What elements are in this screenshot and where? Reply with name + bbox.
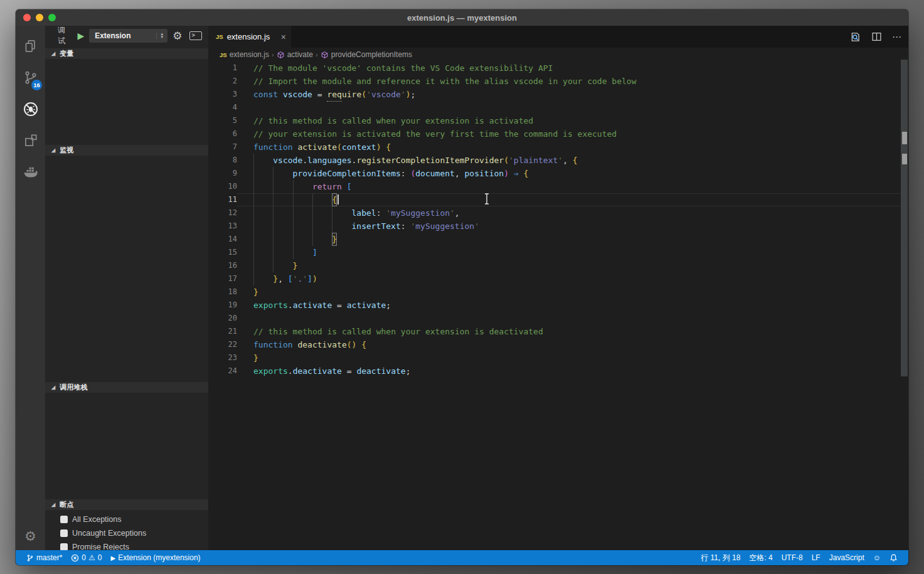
code-line[interactable]: 2// Import the module and reference it w… <box>208 75 908 88</box>
line-number[interactable]: 22 <box>208 338 237 351</box>
line-number[interactable]: 18 <box>208 285 237 299</box>
line-number[interactable]: 8 <box>208 154 237 167</box>
watch-panel[interactable] <box>45 156 208 382</box>
line-number[interactable]: 17 <box>208 272 237 285</box>
breadcrumb-symbol-activate[interactable]: activate <box>277 50 313 59</box>
code-line[interactable]: 8vscode.languages.registerCompletionItem… <box>208 154 908 167</box>
code-line[interactable]: 16} <box>208 259 908 272</box>
variables-panel[interactable] <box>45 59 208 145</box>
code-line[interactable]: 10return [ <box>208 180 908 193</box>
code-line-content[interactable]: }, ['.']) <box>237 272 908 285</box>
code-line-content[interactable]: } <box>237 351 908 364</box>
call-stack-panel[interactable] <box>45 393 208 499</box>
indentation-status[interactable]: 空格: 4 <box>745 550 777 565</box>
code-line[interactable]: 20 <box>208 312 908 325</box>
encoding-status[interactable]: UTF-8 <box>777 550 807 565</box>
explorer-icon[interactable] <box>16 31 45 62</box>
breadcrumb-file[interactable]: JS extension.js <box>220 50 269 59</box>
code-line-content[interactable]: // this method is called when your exten… <box>237 325 908 338</box>
line-number[interactable]: 14 <box>208 233 237 246</box>
code-line-content[interactable]: } <box>237 259 908 272</box>
code-line-content[interactable]: const vscode = require('vscode'); <box>237 88 908 101</box>
line-number[interactable]: 12 <box>208 206 237 220</box>
section-header-call-stack[interactable]: ◢ 调用堆栈 <box>45 382 208 393</box>
code-line[interactable]: 12label: 'mySuggestion', <box>208 206 908 220</box>
run-config-status[interactable]: ▶ Extension (myextension) <box>106 550 204 565</box>
start-debug-button[interactable]: ▶ <box>77 31 84 40</box>
problems-status[interactable]: 0 ⚠ 0 <box>66 550 106 565</box>
code-line[interactable]: 7function activate(context) { <box>208 141 908 154</box>
code-line-content[interactable]: function deactivate() { <box>237 338 908 351</box>
line-number[interactable]: 6 <box>208 127 237 141</box>
line-number[interactable]: 4 <box>208 101 237 114</box>
code-line-content[interactable]: label: 'mySuggestion', <box>237 206 908 220</box>
line-number[interactable]: 19 <box>208 299 237 312</box>
cursor-position-status[interactable]: 行 11, 列 18 <box>696 550 745 565</box>
code-line-content[interactable]: } <box>237 233 908 246</box>
code-line-content[interactable]: ] <box>237 246 908 259</box>
line-number[interactable]: 21 <box>208 325 237 338</box>
line-number[interactable]: 11 <box>208 193 237 206</box>
code-line-content[interactable]: { <box>237 193 908 206</box>
code-line-content[interactable]: // this method is called when your exten… <box>237 114 908 127</box>
code-line-content[interactable]: exports.deactivate = deactivate; <box>237 364 908 378</box>
configure-gear-icon[interactable]: ⚙ <box>173 29 182 43</box>
breakpoint-all-exceptions[interactable]: All Exceptions <box>45 513 208 526</box>
code-line-content[interactable]: vscode.languages.registerCompletionItemP… <box>237 154 908 167</box>
line-number[interactable]: 2 <box>208 75 237 88</box>
close-window-button[interactable] <box>23 14 31 21</box>
code-line-content[interactable]: insertText: 'mySuggestion' <box>237 220 908 233</box>
code-line[interactable]: 1// The module 'vscode' contains the VS … <box>208 61 908 75</box>
feedback-smiley-icon[interactable]: ☺ <box>869 550 885 565</box>
breadcrumb-symbol-provide-completion-items[interactable]: provideCompletionItems <box>321 50 412 59</box>
code-line[interactable]: 13insertText: 'mySuggestion' <box>208 220 908 233</box>
notifications-bell-icon[interactable] <box>885 550 902 565</box>
code-editor[interactable]: 1// The module 'vscode' contains the VS … <box>208 61 908 550</box>
code-line[interactable]: 4 <box>208 101 908 114</box>
code-line-content[interactable]: return [ <box>237 180 908 193</box>
tab-extension-js[interactable]: JS extension.js × <box>208 26 291 48</box>
code-line[interactable]: 24exports.deactivate = deactivate; <box>208 364 908 378</box>
line-number[interactable]: 9 <box>208 167 237 180</box>
split-editor-icon[interactable] <box>871 31 882 42</box>
extensions-icon[interactable] <box>16 125 45 156</box>
code-line-content[interactable]: provideCompletionItems: (document, posit… <box>237 167 908 180</box>
code-line[interactable]: 18} <box>208 285 908 299</box>
code-line-content[interactable]: // The module 'vscode' contains the VS C… <box>237 61 908 75</box>
breakpoint-uncaught-exceptions[interactable]: Uncaught Exceptions <box>45 526 208 540</box>
section-header-watch[interactable]: ◢ 监视 <box>45 145 208 156</box>
code-line-content[interactable]: function activate(context) { <box>237 141 908 154</box>
code-line[interactable]: 9provideCompletionItems: (document, posi… <box>208 167 908 180</box>
tab-close-icon[interactable]: × <box>281 32 286 42</box>
code-line[interactable]: 5// this method is called when your exte… <box>208 114 908 127</box>
line-number[interactable]: 7 <box>208 141 237 154</box>
settings-gear-icon[interactable]: ⚙ <box>16 523 45 550</box>
zoom-window-button[interactable] <box>48 14 56 21</box>
checkbox[interactable] <box>60 516 68 523</box>
code-line-content[interactable] <box>237 101 908 114</box>
code-line-content[interactable]: // your extension is activated the very … <box>237 127 908 141</box>
source-control-icon[interactable]: 16 <box>16 62 45 93</box>
line-number[interactable]: 24 <box>208 364 237 378</box>
debug-console-icon[interactable]: > <box>189 31 202 40</box>
code-line-content[interactable]: exports.activate = activate; <box>237 299 908 312</box>
line-number[interactable]: 20 <box>208 312 237 325</box>
code-line[interactable]: 15] <box>208 246 908 259</box>
code-line[interactable]: 22function deactivate() { <box>208 338 908 351</box>
line-number[interactable]: 3 <box>208 88 237 101</box>
scrollbar[interactable] <box>901 60 908 376</box>
code-line[interactable]: 14} <box>208 233 908 246</box>
code-line-content[interactable] <box>237 312 908 325</box>
code-line[interactable]: 6// your extension is activated the very… <box>208 127 908 141</box>
code-line-content[interactable]: // Import the module and reference it wi… <box>237 75 908 88</box>
minimize-window-button[interactable] <box>36 14 43 21</box>
line-number[interactable]: 10 <box>208 180 237 193</box>
code-line-content[interactable]: } <box>237 285 908 299</box>
code-line[interactable]: 17}, ['.']) <box>208 272 908 285</box>
git-branch-status[interactable]: master* <box>22 550 66 565</box>
section-header-breakpoints[interactable]: ◢ 断点 <box>45 499 208 510</box>
line-number[interactable]: 1 <box>208 61 237 75</box>
code-line[interactable]: 3const vscode = require('vscode'); <box>208 88 908 101</box>
docker-icon[interactable] <box>16 156 45 188</box>
more-actions-icon[interactable]: ⋯ <box>892 31 902 43</box>
